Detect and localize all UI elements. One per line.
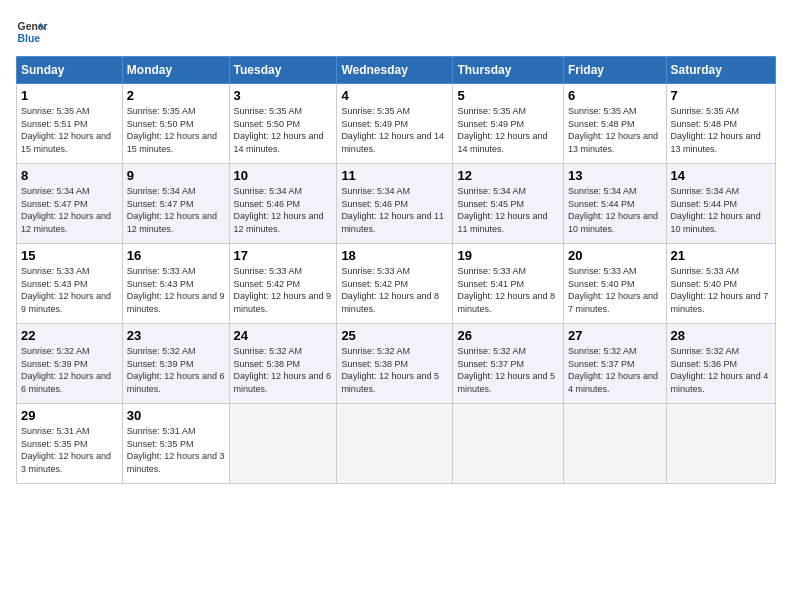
calendar-week-2: 8 Sunrise: 5:34 AMSunset: 5:47 PMDayligh… <box>17 164 776 244</box>
day-info: Sunrise: 5:33 AMSunset: 5:43 PMDaylight:… <box>127 266 225 314</box>
day-info: Sunrise: 5:32 AMSunset: 5:39 PMDaylight:… <box>127 346 225 394</box>
calendar-table: SundayMondayTuesdayWednesdayThursdayFrid… <box>16 56 776 484</box>
day-number: 13 <box>568 168 662 183</box>
day-info: Sunrise: 5:33 AMSunset: 5:43 PMDaylight:… <box>21 266 111 314</box>
calendar-week-1: 1 Sunrise: 5:35 AMSunset: 5:51 PMDayligh… <box>17 84 776 164</box>
day-info: Sunrise: 5:34 AMSunset: 5:44 PMDaylight:… <box>568 186 658 234</box>
day-number: 4 <box>341 88 448 103</box>
day-info: Sunrise: 5:35 AMSunset: 5:50 PMDaylight:… <box>127 106 217 154</box>
day-info: Sunrise: 5:34 AMSunset: 5:46 PMDaylight:… <box>341 186 444 234</box>
day-info: Sunrise: 5:35 AMSunset: 5:50 PMDaylight:… <box>234 106 324 154</box>
calendar-week-3: 15 Sunrise: 5:33 AMSunset: 5:43 PMDaylig… <box>17 244 776 324</box>
day-info: Sunrise: 5:32 AMSunset: 5:37 PMDaylight:… <box>568 346 658 394</box>
calendar-cell: 7 Sunrise: 5:35 AMSunset: 5:48 PMDayligh… <box>666 84 775 164</box>
day-number: 3 <box>234 88 333 103</box>
header-wednesday: Wednesday <box>337 57 453 84</box>
logo-icon: General Blue <box>16 16 48 48</box>
day-number: 22 <box>21 328 118 343</box>
day-info: Sunrise: 5:34 AMSunset: 5:45 PMDaylight:… <box>457 186 547 234</box>
day-number: 16 <box>127 248 225 263</box>
calendar-cell: 18 Sunrise: 5:33 AMSunset: 5:42 PMDaylig… <box>337 244 453 324</box>
day-info: Sunrise: 5:35 AMSunset: 5:48 PMDaylight:… <box>671 106 761 154</box>
calendar-cell: 9 Sunrise: 5:34 AMSunset: 5:47 PMDayligh… <box>122 164 229 244</box>
day-info: Sunrise: 5:33 AMSunset: 5:40 PMDaylight:… <box>671 266 769 314</box>
day-info: Sunrise: 5:33 AMSunset: 5:40 PMDaylight:… <box>568 266 658 314</box>
calendar-cell: 24 Sunrise: 5:32 AMSunset: 5:38 PMDaylig… <box>229 324 337 404</box>
calendar-cell: 30 Sunrise: 5:31 AMSunset: 5:35 PMDaylig… <box>122 404 229 484</box>
day-number: 10 <box>234 168 333 183</box>
calendar-cell: 28 Sunrise: 5:32 AMSunset: 5:36 PMDaylig… <box>666 324 775 404</box>
day-info: Sunrise: 5:35 AMSunset: 5:51 PMDaylight:… <box>21 106 111 154</box>
svg-text:Blue: Blue <box>18 33 41 44</box>
day-info: Sunrise: 5:34 AMSunset: 5:46 PMDaylight:… <box>234 186 324 234</box>
day-info: Sunrise: 5:33 AMSunset: 5:42 PMDaylight:… <box>341 266 439 314</box>
calendar-cell: 2 Sunrise: 5:35 AMSunset: 5:50 PMDayligh… <box>122 84 229 164</box>
day-number: 8 <box>21 168 118 183</box>
day-info: Sunrise: 5:32 AMSunset: 5:38 PMDaylight:… <box>341 346 439 394</box>
day-info: Sunrise: 5:32 AMSunset: 5:36 PMDaylight:… <box>671 346 769 394</box>
header-friday: Friday <box>563 57 666 84</box>
calendar-week-5: 29 Sunrise: 5:31 AMSunset: 5:35 PMDaylig… <box>17 404 776 484</box>
calendar-cell: 5 Sunrise: 5:35 AMSunset: 5:49 PMDayligh… <box>453 84 564 164</box>
day-number: 5 <box>457 88 559 103</box>
day-number: 1 <box>21 88 118 103</box>
day-number: 11 <box>341 168 448 183</box>
calendar-cell: 1 Sunrise: 5:35 AMSunset: 5:51 PMDayligh… <box>17 84 123 164</box>
day-number: 27 <box>568 328 662 343</box>
calendar-cell: 25 Sunrise: 5:32 AMSunset: 5:38 PMDaylig… <box>337 324 453 404</box>
calendar-cell: 26 Sunrise: 5:32 AMSunset: 5:37 PMDaylig… <box>453 324 564 404</box>
header-sunday: Sunday <box>17 57 123 84</box>
calendar-cell: 29 Sunrise: 5:31 AMSunset: 5:35 PMDaylig… <box>17 404 123 484</box>
calendar-cell: 19 Sunrise: 5:33 AMSunset: 5:41 PMDaylig… <box>453 244 564 324</box>
calendar-cell: 22 Sunrise: 5:32 AMSunset: 5:39 PMDaylig… <box>17 324 123 404</box>
logo: General Blue <box>16 16 48 48</box>
header-thursday: Thursday <box>453 57 564 84</box>
calendar-cell: 12 Sunrise: 5:34 AMSunset: 5:45 PMDaylig… <box>453 164 564 244</box>
day-info: Sunrise: 5:35 AMSunset: 5:49 PMDaylight:… <box>341 106 444 154</box>
calendar-cell: 17 Sunrise: 5:33 AMSunset: 5:42 PMDaylig… <box>229 244 337 324</box>
calendar-cell: 10 Sunrise: 5:34 AMSunset: 5:46 PMDaylig… <box>229 164 337 244</box>
header-row: SundayMondayTuesdayWednesdayThursdayFrid… <box>17 57 776 84</box>
day-number: 2 <box>127 88 225 103</box>
calendar-cell: 14 Sunrise: 5:34 AMSunset: 5:44 PMDaylig… <box>666 164 775 244</box>
calendar-cell <box>563 404 666 484</box>
day-number: 21 <box>671 248 771 263</box>
calendar-cell <box>337 404 453 484</box>
day-number: 17 <box>234 248 333 263</box>
calendar-week-4: 22 Sunrise: 5:32 AMSunset: 5:39 PMDaylig… <box>17 324 776 404</box>
day-info: Sunrise: 5:34 AMSunset: 5:47 PMDaylight:… <box>21 186 111 234</box>
page-header: General Blue <box>16 16 776 48</box>
calendar-cell: 27 Sunrise: 5:32 AMSunset: 5:37 PMDaylig… <box>563 324 666 404</box>
header-monday: Monday <box>122 57 229 84</box>
day-info: Sunrise: 5:31 AMSunset: 5:35 PMDaylight:… <box>21 426 111 474</box>
day-number: 6 <box>568 88 662 103</box>
day-info: Sunrise: 5:35 AMSunset: 5:48 PMDaylight:… <box>568 106 658 154</box>
header-saturday: Saturday <box>666 57 775 84</box>
calendar-cell: 8 Sunrise: 5:34 AMSunset: 5:47 PMDayligh… <box>17 164 123 244</box>
day-info: Sunrise: 5:35 AMSunset: 5:49 PMDaylight:… <box>457 106 547 154</box>
calendar-cell: 6 Sunrise: 5:35 AMSunset: 5:48 PMDayligh… <box>563 84 666 164</box>
day-info: Sunrise: 5:32 AMSunset: 5:38 PMDaylight:… <box>234 346 332 394</box>
calendar-cell: 3 Sunrise: 5:35 AMSunset: 5:50 PMDayligh… <box>229 84 337 164</box>
header-tuesday: Tuesday <box>229 57 337 84</box>
day-number: 30 <box>127 408 225 423</box>
day-number: 24 <box>234 328 333 343</box>
day-number: 18 <box>341 248 448 263</box>
day-number: 15 <box>21 248 118 263</box>
day-number: 23 <box>127 328 225 343</box>
day-info: Sunrise: 5:32 AMSunset: 5:37 PMDaylight:… <box>457 346 555 394</box>
day-number: 28 <box>671 328 771 343</box>
calendar-cell: 16 Sunrise: 5:33 AMSunset: 5:43 PMDaylig… <box>122 244 229 324</box>
calendar-cell: 15 Sunrise: 5:33 AMSunset: 5:43 PMDaylig… <box>17 244 123 324</box>
calendar-cell: 4 Sunrise: 5:35 AMSunset: 5:49 PMDayligh… <box>337 84 453 164</box>
day-number: 7 <box>671 88 771 103</box>
day-info: Sunrise: 5:32 AMSunset: 5:39 PMDaylight:… <box>21 346 111 394</box>
day-number: 9 <box>127 168 225 183</box>
calendar-cell: 20 Sunrise: 5:33 AMSunset: 5:40 PMDaylig… <box>563 244 666 324</box>
day-number: 14 <box>671 168 771 183</box>
calendar-cell: 21 Sunrise: 5:33 AMSunset: 5:40 PMDaylig… <box>666 244 775 324</box>
calendar-cell <box>229 404 337 484</box>
day-info: Sunrise: 5:33 AMSunset: 5:42 PMDaylight:… <box>234 266 332 314</box>
day-info: Sunrise: 5:34 AMSunset: 5:47 PMDaylight:… <box>127 186 217 234</box>
calendar-cell: 13 Sunrise: 5:34 AMSunset: 5:44 PMDaylig… <box>563 164 666 244</box>
